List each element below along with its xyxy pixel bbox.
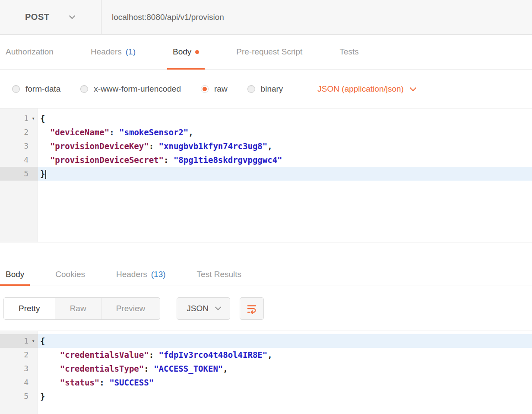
gutter-cell: 3 xyxy=(0,362,38,376)
pretty-view-button[interactable]: Pretty xyxy=(4,298,55,319)
code-line-4[interactable]: 4 "provisionDeviceSecret": "8pg1tie8skdr… xyxy=(0,153,532,167)
radio-selected-icon xyxy=(201,85,209,93)
line-number: 1 xyxy=(24,111,28,125)
tab-label: Headers xyxy=(116,270,147,279)
fold-caret-icon[interactable]: ▾ xyxy=(28,334,38,348)
wrap-text-icon xyxy=(246,303,257,314)
code-line-4[interactable]: 4 "status": "SUCCESS" xyxy=(0,376,532,389)
gutter-cell: 5 xyxy=(0,167,38,181)
view-label: Pretty xyxy=(19,304,40,313)
radio-icon xyxy=(80,85,88,93)
tab-label: Body xyxy=(173,47,191,57)
radio-icon xyxy=(247,85,255,93)
tab-pre-request-script[interactable]: Pre-request Script xyxy=(231,35,308,69)
text-cursor xyxy=(45,170,46,179)
code-text[interactable]: "credentialsType": "ACCESS_TOKEN", xyxy=(38,362,532,376)
line-number: 5 xyxy=(24,167,28,181)
tab-tests[interactable]: Tests xyxy=(334,35,364,69)
code-text[interactable]: "status": "SUCCESS" xyxy=(38,376,532,389)
method-dropdown[interactable]: POST xyxy=(0,0,101,34)
line-number: 4 xyxy=(24,376,28,389)
content-type-dropdown[interactable]: JSON (application/json) xyxy=(317,84,415,94)
tab-label: Pre-request Script xyxy=(236,47,302,57)
code-line-3[interactable]: 3 "provisionDeviceKey": "xnugbvb1kfyn74r… xyxy=(0,139,532,153)
tab-label: Tests xyxy=(339,47,358,57)
postman-app: POST localhost:8080/api/v1/provision Aut… xyxy=(0,0,532,414)
line-number: 3 xyxy=(24,362,28,376)
code-text[interactable]: } xyxy=(38,167,532,181)
radio-x-www-form-urlencoded[interactable]: x-www-form-urlencoded xyxy=(80,84,181,94)
unsaved-changes-dot-icon xyxy=(195,50,199,54)
code-line-5[interactable]: 5} xyxy=(0,167,532,181)
line-number: 2 xyxy=(24,348,28,362)
code-line-5[interactable]: 5} xyxy=(0,389,532,403)
response-tabs: Body Cookies Headers (13) Test Results xyxy=(0,263,532,286)
code-text[interactable]: "credentialsValue": "fdpIv3rco4t48ol4IR8… xyxy=(38,348,532,362)
radio-raw[interactable]: raw xyxy=(201,84,228,94)
code-text[interactable]: { xyxy=(38,111,532,125)
fold-caret-icon[interactable]: ▾ xyxy=(28,111,38,125)
code-text[interactable]: "deviceName": "smokeSensor2", xyxy=(38,125,532,139)
view-label: Raw xyxy=(70,304,86,313)
tab-test-results[interactable]: Test Results xyxy=(191,263,247,286)
body-type-row: form-data x-www-form-urlencoded raw bina… xyxy=(0,70,532,108)
code-line-2[interactable]: 2 "credentialsValue": "fdpIv3rco4t48ol4I… xyxy=(0,348,532,362)
section-divider xyxy=(0,242,532,263)
response-toolbar: Pretty Raw Preview JSON xyxy=(0,286,532,331)
gutter-cell: 4 xyxy=(0,153,38,167)
chevron-down-icon xyxy=(410,84,417,91)
request-url-bar: POST localhost:8080/api/v1/provision xyxy=(0,0,532,35)
line-number: 4 xyxy=(24,153,28,167)
view-label: Preview xyxy=(116,304,146,313)
code-text[interactable]: } xyxy=(38,389,532,403)
gutter-cell: 5 xyxy=(0,389,38,403)
gutter-cell: 1▾ xyxy=(0,334,38,348)
chevron-down-icon xyxy=(215,304,221,310)
tab-body[interactable]: Body xyxy=(167,35,205,69)
response-language-dropdown[interactable]: JSON xyxy=(177,297,230,320)
radio-icon xyxy=(12,85,20,93)
request-tabs: Authorization Headers (1) Body Pre-reque… xyxy=(0,35,532,70)
radio-form-data[interactable]: form-data xyxy=(12,84,60,94)
headers-count-badge: (13) xyxy=(151,270,166,279)
url-input[interactable]: localhost:8080/api/v1/provision xyxy=(101,0,532,34)
tab-authorization[interactable]: Authorization xyxy=(0,35,59,69)
chevron-down-icon xyxy=(69,13,75,19)
gutter-cell: 3 xyxy=(0,139,38,153)
method-label: POST xyxy=(25,12,49,22)
tab-headers[interactable]: Headers (1) xyxy=(85,35,141,69)
tab-label: Body xyxy=(6,270,24,279)
tab-label: Authorization xyxy=(6,47,54,57)
line-number: 3 xyxy=(24,139,28,153)
tab-label: Headers xyxy=(91,47,122,57)
wrap-lines-button[interactable] xyxy=(240,297,264,320)
code-text[interactable]: "provisionDeviceKey": "xnugbvb1kfyn74rc3… xyxy=(38,139,532,153)
tab-label: Cookies xyxy=(55,270,85,279)
radio-label: form-data xyxy=(25,84,60,94)
gutter-cell: 4 xyxy=(0,376,38,389)
request-body-editor[interactable]: 1▾{2 "deviceName": "smokeSensor2",3 "pro… xyxy=(0,108,532,242)
response-body-editor[interactable]: 1▾{2 "credentialsValue": "fdpIv3rco4t48o… xyxy=(0,331,532,414)
radio-binary[interactable]: binary xyxy=(247,84,283,94)
gutter-cell: 1▾ xyxy=(0,111,38,125)
radio-label: binary xyxy=(261,84,283,94)
code-line-1[interactable]: 1▾{ xyxy=(0,334,532,348)
content-type-label: JSON (application/json) xyxy=(317,84,404,94)
code-text[interactable]: { xyxy=(38,334,532,348)
tab-response-body[interactable]: Body xyxy=(0,263,30,286)
radio-label: raw xyxy=(214,84,228,94)
code-line-2[interactable]: 2 "deviceName": "smokeSensor2", xyxy=(0,125,532,139)
line-number: 5 xyxy=(24,389,28,403)
tab-response-headers[interactable]: Headers (13) xyxy=(111,263,171,286)
url-text: localhost:8080/api/v1/provision xyxy=(112,13,224,22)
code-text[interactable]: "provisionDeviceSecret": "8pg1tie8skdrgv… xyxy=(38,153,532,167)
line-number: 1 xyxy=(24,334,28,348)
radio-label: x-www-form-urlencoded xyxy=(94,84,181,94)
tab-cookies[interactable]: Cookies xyxy=(50,263,91,286)
preview-view-button[interactable]: Preview xyxy=(101,298,160,319)
code-line-3[interactable]: 3 "credentialsType": "ACCESS_TOKEN", xyxy=(0,362,532,376)
raw-view-button[interactable]: Raw xyxy=(55,298,101,319)
headers-count-badge: (1) xyxy=(126,47,136,57)
tab-label: Test Results xyxy=(197,270,241,279)
code-line-1[interactable]: 1▾{ xyxy=(0,111,532,125)
